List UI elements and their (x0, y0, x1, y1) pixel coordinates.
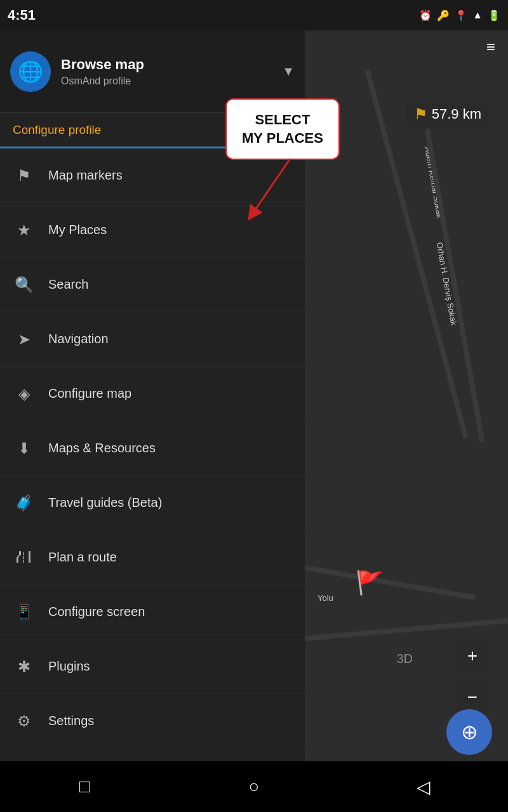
nav-home-button[interactable]: ○ (235, 768, 273, 806)
square-icon: □ (79, 776, 90, 797)
plan-route-label: Plan a route (48, 550, 117, 565)
settings-icon: ⚙ (13, 710, 36, 733)
zoom-in-button[interactable]: + (456, 639, 489, 672)
sidebar-item-navigation[interactable]: ➤ Navigation (0, 312, 305, 367)
profile-avatar: 🌐 (10, 51, 51, 92)
zoom-out-button[interactable]: − (456, 681, 489, 714)
key-icon: 🔑 (437, 10, 450, 22)
hamburger-button[interactable]: ≡ (486, 38, 495, 56)
travel-guides-icon: 🧳 (13, 492, 36, 514)
flag-icon: ⚑ (414, 105, 428, 123)
location-status-icon: 📍 (455, 10, 467, 22)
my-places-label: My Places (48, 223, 107, 237)
navigation-icon: ➤ (13, 328, 36, 351)
my-places-icon: ★ (13, 219, 36, 242)
maps-resources-icon: ⬇ (13, 437, 36, 460)
configure-screen-icon: 📱 (13, 601, 36, 624)
sidebar-item-configure-screen[interactable]: 📱 Configure screen (0, 585, 305, 639)
tooltip-line2: MY PLACES (242, 129, 323, 148)
nav-back-button[interactable]: ◁ (404, 768, 443, 806)
profile-info: Browse map OsmAnd profile (61, 56, 272, 87)
plan-route-icon: ⛙ (13, 546, 36, 569)
sidebar-item-search[interactable]: 🔍 Search (0, 258, 305, 312)
map-markers-icon: ⚑ (13, 164, 36, 187)
configure-profile-label: Configure profile (13, 123, 101, 137)
tooltip-arrow (239, 159, 328, 216)
sidebar-item-travel-guides[interactable]: 🧳 Travel guides (Beta) (0, 476, 305, 530)
status-time: 4:51 (8, 7, 36, 23)
svg-line-0 (252, 159, 290, 214)
search-label: Search (48, 277, 88, 292)
my-location-button[interactable]: ⊕ (446, 709, 492, 755)
circle-icon: ○ (249, 776, 260, 797)
battery-icon: 🔋 (488, 10, 500, 22)
map-markers-label: Map markers (48, 168, 123, 183)
status-icons: ⏰ 🔑 📍 ▲ 🔋 (419, 10, 500, 22)
configure-screen-label: Configure screen (48, 605, 145, 619)
osmand-logo-icon: 🌐 (18, 60, 43, 84)
tooltip-line1: SELECT (242, 111, 323, 129)
maps-resources-label: Maps & Resources (48, 441, 156, 455)
tooltip-bubble: SELECT MY PLACES (225, 98, 340, 160)
sidebar-item-settings[interactable]: ⚙ Settings (0, 694, 305, 749)
sidebar-item-plugins[interactable]: ✱ Plugins (0, 639, 305, 694)
sidebar-item-plan-route[interactable]: ⛙ Plan a route (0, 530, 305, 585)
plugins-icon: ✱ (13, 655, 36, 678)
distance-badge: ⚑ 57.9 km (406, 102, 489, 127)
wifi-icon: ▲ (472, 10, 483, 21)
plugins-label: Plugins (48, 659, 90, 674)
configure-map-icon: ◈ (13, 383, 36, 405)
3d-badge: 3D (396, 652, 413, 666)
configure-map-label: Configure map (48, 386, 131, 401)
distance-value: 57.9 km (432, 106, 481, 122)
back-icon: ◁ (417, 776, 431, 797)
street-label-3: Yolu (318, 593, 333, 603)
menu-list: ⚑ Map markers ★ My Places 🔍 Search ➤ Nav… (0, 148, 305, 749)
alarm-icon: ⏰ (419, 10, 432, 22)
profile-title: Browse map (61, 56, 272, 73)
profile-subtitle: OsmAnd profile (61, 75, 272, 87)
profile-dropdown-icon[interactable]: ▼ (282, 64, 295, 79)
status-bar: 4:51 ⏰ 🔑 📍 ▲ 🔋 (0, 0, 508, 30)
location-icon: ⊕ (461, 720, 478, 744)
map-pin: 🚩 (356, 570, 384, 596)
settings-label: Settings (48, 714, 94, 728)
search-icon: 🔍 (13, 273, 36, 296)
nav-square-button[interactable]: □ (65, 768, 104, 806)
nav-bar: □ ○ ◁ (0, 761, 508, 812)
navigation-label: Navigation (48, 332, 109, 346)
sidebar-item-maps-resources[interactable]: ⬇ Maps & Resources (0, 421, 305, 476)
travel-guides-label: Travel guides (Beta) (48, 495, 162, 510)
sidebar-item-configure-map[interactable]: ◈ Configure map (0, 367, 305, 421)
